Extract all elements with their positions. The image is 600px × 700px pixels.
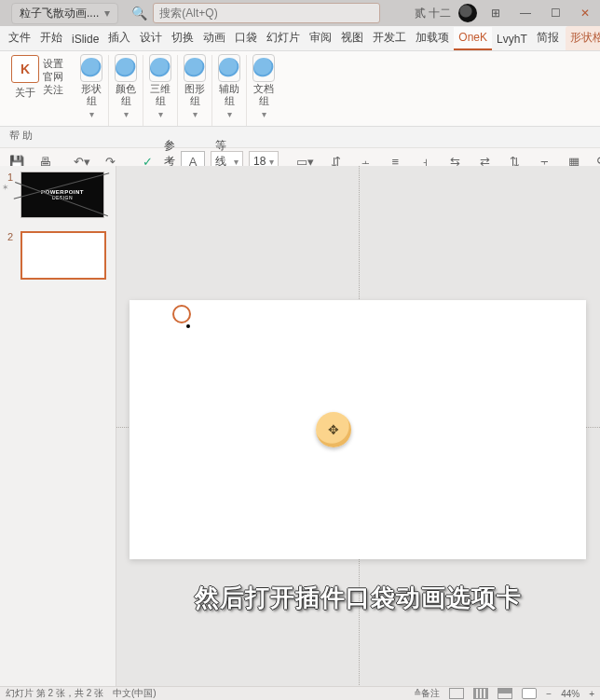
- animation-star-icon: ✶: [2, 183, 15, 192]
- thumb-index: 2: [4, 231, 13, 242]
- tab-加载项[interactable]: 加载项: [411, 26, 454, 50]
- slide-count-label: 幻灯片 第 2 张，共 2 张: [6, 687, 103, 700]
- notes-button[interactable]: ≙备注: [414, 687, 440, 700]
- slide-thumbnail-pane: 1✶POWERPOINTDESIGN2: [0, 166, 116, 687]
- circle-icon: [253, 58, 274, 78]
- avatar[interactable]: [458, 4, 477, 22]
- k-logo-icon[interactable]: K: [11, 55, 39, 83]
- tab-动画[interactable]: 动画: [198, 26, 230, 50]
- tab-shape-format[interactable]: 形状格式: [566, 26, 600, 50]
- tab-视图[interactable]: 视图: [336, 26, 368, 50]
- maximize-button[interactable]: ☐: [544, 5, 566, 21]
- tab-审阅[interactable]: 审阅: [305, 26, 336, 50]
- tab-口袋[interactable]: 口袋: [230, 26, 262, 50]
- chevron-down-icon: ▾: [104, 7, 110, 20]
- selected-shape-ring[interactable]: [172, 305, 191, 323]
- lang-label[interactable]: 中文(中国): [113, 687, 157, 700]
- filename-chip[interactable]: 粒子飞散动画.... ▾: [11, 3, 118, 24]
- ribbon: K 关于 设置 官网 关注 形状组颜色组三维组图形组辅助组文档组: [0, 51, 600, 127]
- tab-简报[interactable]: 简报: [532, 26, 564, 50]
- about-label[interactable]: 关于: [15, 87, 35, 98]
- slide-editor[interactable]: ✥ 然后打开插件口袋动画选项卡: [116, 166, 600, 687]
- shape-dot[interactable]: [186, 324, 190, 328]
- normal-view-icon[interactable]: [449, 688, 464, 699]
- thumb-item-2[interactable]: 2: [0, 231, 116, 280]
- tab-开发工[interactable]: 开发工: [368, 26, 411, 50]
- zoom-plus[interactable]: +: [589, 689, 594, 699]
- ribbon-group-辅助[interactable]: 辅助组: [212, 55, 247, 126]
- user-label: 贰 十二: [415, 6, 451, 21]
- tab-iSlide[interactable]: iSlide: [67, 29, 103, 50]
- settings-label[interactable]: 设置: [43, 57, 63, 70]
- ribbon-group-图形[interactable]: 图形组: [178, 55, 212, 126]
- guanwang-label[interactable]: 官网: [43, 70, 63, 83]
- tab-切换[interactable]: 切换: [167, 26, 198, 50]
- status-bar: 幻灯片 第 2 张，共 2 张 中文(中国) ≙备注 − 44% +: [0, 686, 600, 700]
- zoom-percent: 44%: [561, 689, 580, 699]
- help-label: 帮 助: [0, 127, 600, 148]
- subtitle-caption: 然后打开插件口袋动画选项卡: [116, 582, 600, 614]
- zoom-minus[interactable]: −: [546, 689, 552, 699]
- guanzhu-label[interactable]: 关注: [43, 83, 63, 96]
- tab-LvyhT[interactable]: LvyhT: [492, 29, 532, 50]
- circle-icon: [150, 58, 170, 78]
- sorter-view-icon[interactable]: [473, 688, 488, 699]
- thumb-index: 1: [4, 172, 13, 183]
- filename-text: 粒子飞散动画....: [20, 6, 99, 21]
- circle-icon: [81, 58, 102, 78]
- ribbon-group-文档[interactable]: 文档组: [247, 55, 280, 126]
- search-input[interactable]: [153, 3, 380, 23]
- tab-OneK[interactable]: OneK: [454, 27, 492, 50]
- circle-icon: [184, 58, 205, 78]
- tab-幻灯片[interactable]: 幻灯片: [262, 26, 305, 50]
- search-icon: 🔍: [131, 6, 147, 21]
- close-button[interactable]: ✕: [574, 5, 596, 21]
- ribbon-group-形状[interactable]: 形状组: [75, 55, 109, 126]
- slide-canvas[interactable]: ✥: [130, 300, 586, 559]
- menu-tabs: 文件开始iSlide插入设计切换动画口袋幻灯片审阅视图开发工加载项OneKLvy…: [0, 26, 600, 51]
- ribbon-group-颜色[interactable]: 颜色组: [109, 55, 143, 126]
- circle-icon: [219, 58, 239, 78]
- tab-开始[interactable]: 开始: [35, 26, 67, 50]
- settings-stack: 设置 官网 关注: [43, 55, 63, 96]
- thumb-item-1[interactable]: 1✶POWERPOINTDESIGN: [0, 172, 116, 218]
- minimize-button[interactable]: —: [514, 5, 537, 21]
- grid-icon[interactable]: ⊞: [484, 5, 507, 21]
- reading-view-icon[interactable]: [498, 688, 512, 699]
- move-cursor-icon: ✥: [316, 412, 351, 447]
- ribbon-group-about: K 关于 设置 官网 关注: [6, 55, 69, 126]
- thumb-preview[interactable]: [20, 231, 106, 280]
- tab-插入[interactable]: 插入: [103, 26, 135, 50]
- slideshow-view-icon[interactable]: [522, 688, 537, 699]
- circle-icon: [116, 58, 136, 78]
- ribbon-group-三维[interactable]: 三维组: [143, 55, 178, 126]
- tab-设计[interactable]: 设计: [135, 26, 167, 50]
- thumb-preview[interactable]: POWERPOINTDESIGN: [20, 172, 104, 218]
- tab-文件[interactable]: 文件: [4, 26, 35, 50]
